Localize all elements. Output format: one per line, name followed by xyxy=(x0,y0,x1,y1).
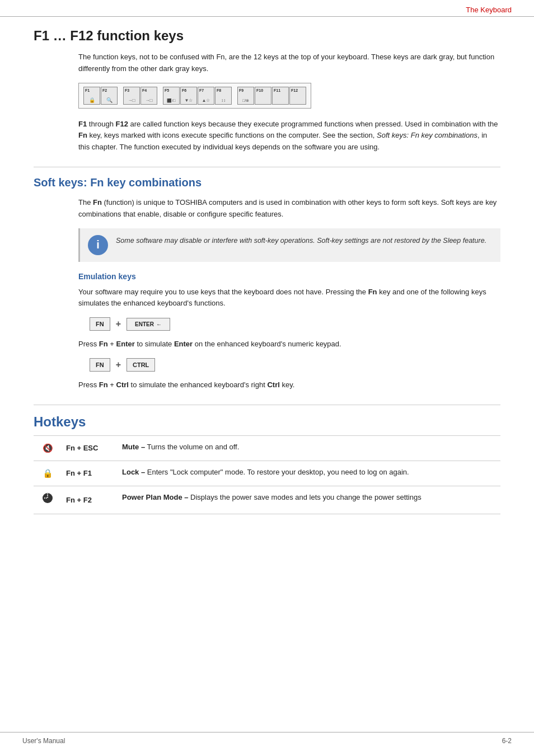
hotkey-row-mute: 🔇 Fn + ESC Mute – Turns the volume on an… xyxy=(34,435,500,461)
info-box: i Some software may disable or interfere… xyxy=(78,228,500,262)
combo2-desc: Press Fn + Ctrl to simulate the enhanced… xyxy=(78,379,500,391)
fkey-f9: F9 □/⊗ xyxy=(237,87,254,105)
fkey-f10: F10 xyxy=(255,87,271,105)
fkey-f4: F4 →□ xyxy=(140,87,157,105)
footer-left: User's Manual xyxy=(22,737,65,745)
mute-desc: Mute – Turns the volume on and off. xyxy=(118,435,500,461)
fkey-f7: F7 ▲☆ xyxy=(198,87,214,105)
emulation-keys-section: Emulation keys Your software may require… xyxy=(78,272,500,391)
fkey-f8: F8 ↕↕ xyxy=(215,87,232,105)
hotkeys-title: Hotkeys xyxy=(34,414,500,430)
fkey-f5: F5 ⬛/□ xyxy=(163,87,180,105)
mute-icon: 🔇 xyxy=(43,443,53,453)
emulation-keys-title: Emulation keys xyxy=(78,272,500,281)
ctrl-key: CTRL xyxy=(127,358,155,372)
fkey-f11: F11 xyxy=(272,87,289,105)
lock-icon-cell: 🔒 xyxy=(34,461,62,486)
fkey-f12: F12 xyxy=(289,87,306,105)
footer-right: 6-2 xyxy=(502,737,512,745)
soft-keys-para1: The Fn (function) is unique to TOSHIBA c… xyxy=(78,197,500,220)
soft-keys-title: Soft keys: Fn key combinations xyxy=(34,176,500,189)
hotkey-row-power-plan: Fn + F2 Power Plan Mode – Displays the p… xyxy=(34,486,500,514)
info-box-text: Some software may disable or interfere w… xyxy=(116,235,486,246)
page-footer: User's Manual 6-2 xyxy=(0,732,534,745)
power-plan-key-combo: Fn + F2 xyxy=(62,486,118,514)
hotkeys-section: Hotkeys 🔇 Fn + ESC Mute – Turns the volu… xyxy=(34,414,500,514)
lock-key-combo: Fn + F1 xyxy=(62,461,118,486)
fkey-group-3: F5 ⬛/□ F6 ▼☆ F7 ▲☆ F8 ↕↕ xyxy=(163,87,232,105)
lock-icon: 🔒 xyxy=(43,468,53,478)
power-plan-icon-cell xyxy=(34,486,62,514)
fkey-group-1: F1 🔒 F2 🔍 xyxy=(83,87,118,105)
page-header-title: The Keyboard xyxy=(466,6,512,14)
power-plan-desc: Power Plan Mode – Displays the power sav… xyxy=(118,486,500,514)
f1-f12-para1: The function keys, not to be confused wi… xyxy=(78,51,500,75)
f1-f12-para2: F1 through F12 are called function keys … xyxy=(78,119,500,153)
hotkeys-table: 🔇 Fn + ESC Mute – Turns the volume on an… xyxy=(34,435,500,514)
divider-2 xyxy=(34,405,500,405)
plus-1: + xyxy=(116,319,121,329)
fkey-f1: F1 🔒 xyxy=(83,87,100,105)
power-plan-icon xyxy=(41,492,54,508)
fkey-f2: F2 🔍 xyxy=(101,87,118,105)
plus-2: + xyxy=(116,360,121,370)
emulation-para1: Your software may require you to use key… xyxy=(78,287,500,310)
divider-1 xyxy=(34,167,500,167)
fn-key-1: FN xyxy=(90,317,110,331)
combo1-desc: Press Fn + Enter to simulate Enter on th… xyxy=(78,339,500,350)
fkey-f3: F3 →□ xyxy=(123,87,140,105)
key-combo-ctrl: FN + CTRL xyxy=(78,358,500,372)
fkey-group-2: F3 →□ F4 →□ xyxy=(123,87,157,105)
info-icon: i xyxy=(88,235,108,255)
hotkey-row-lock: 🔒 Fn + F1 Lock – Enters "Lock computer" … xyxy=(34,461,500,486)
soft-keys-section: Soft keys: Fn key combinations The Fn (f… xyxy=(34,176,500,391)
lock-desc: Lock – Enters "Lock computer" mode. To r… xyxy=(118,461,500,486)
fkey-f6: F6 ▼☆ xyxy=(180,87,197,105)
fn-key-2: FN xyxy=(90,358,110,372)
keyboard-strip-image: F1 🔒 F2 🔍 F3 →□ F4 xyxy=(78,83,311,109)
f1-f12-section: F1 … F12 function keys The function keys… xyxy=(34,28,500,153)
mute-key-combo: Fn + ESC xyxy=(62,435,118,461)
mute-icon-cell: 🔇 xyxy=(34,435,62,461)
fkey-group-4: F9 □/⊗ F10 F11 F12 xyxy=(237,87,306,105)
enter-key: ENTER ← xyxy=(127,318,170,331)
f1-f12-title: F1 … F12 function keys xyxy=(34,28,500,44)
key-combo-enter: FN + ENTER ← xyxy=(78,317,500,331)
